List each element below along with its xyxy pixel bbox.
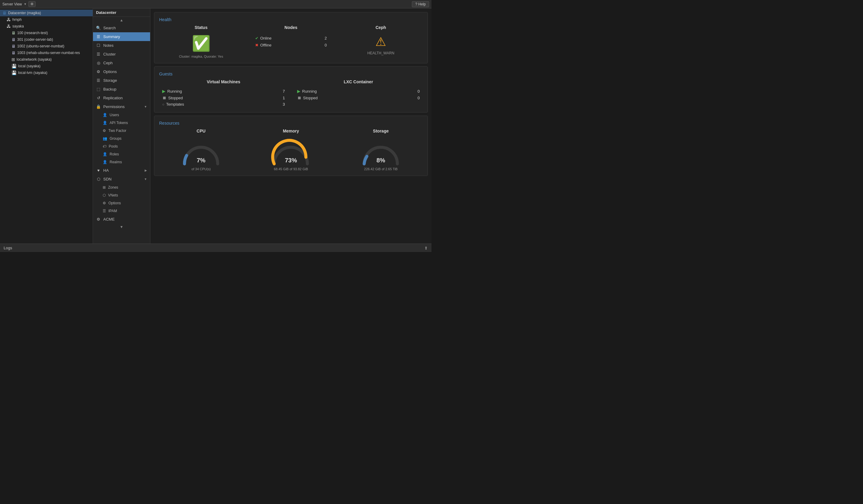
vm-running-count: 7 [283, 89, 285, 93]
online-row: ✔Online 2 [249, 35, 333, 42]
vm-stopped-row: ⏹Stopped 1 [159, 94, 288, 101]
stop-icon: ⏹ [162, 96, 166, 100]
status-icon: ✅ [159, 35, 243, 52]
online-label: ✔Online [255, 36, 272, 40]
bottom-icon: ⬆ [424, 245, 428, 251]
nav-item[interactable]: ☰Cluster [93, 50, 150, 59]
lxc-running-label: Running [302, 89, 317, 93]
nav-scroll-down[interactable]: ▼ [93, 224, 150, 230]
nav-item[interactable]: 🔍Search [93, 24, 150, 32]
storage-col: Storage 8% 226.42 GiB of 2.65 TiB [339, 128, 423, 171]
offline-count: 0 [325, 43, 327, 47]
cpu-col: CPU 7% of 34 CPU(s) [159, 128, 243, 171]
vm-templates-count: 3 [283, 102, 285, 106]
ceph-label: Ceph [339, 25, 423, 30]
nav-sub-item[interactable]: ⚙Two Factor [93, 127, 150, 135]
lxc-stopped-label: Stopped [303, 96, 318, 100]
lxc-running-count: 0 [417, 89, 420, 93]
nav-item[interactable]: ⚙ACME [93, 215, 150, 224]
content-area: Health Status ✅ Cluster: magika, Quorate… [150, 9, 432, 243]
nav-sub-item[interactable]: 👤API Tokens [93, 119, 150, 127]
status-label: Status [159, 25, 243, 30]
tree-item[interactable]: ⊞localnetwork (sayaka) [0, 56, 93, 63]
offline-row: ✖Offline 0 [249, 42, 333, 49]
template-icon: ○ [162, 102, 164, 106]
nav-sub-item[interactable]: ☰IPAM [93, 207, 150, 215]
storage-title: Storage [339, 128, 423, 134]
top-bar-left: Server View ▼ ⚙ [2, 1, 36, 7]
bottom-bar-label: Logs [4, 245, 12, 250]
top-bar-title: Server View [2, 2, 22, 7]
nav-sub-item[interactable]: 🏷Pools [93, 142, 150, 150]
lxc-col: LXC Container ▶Running 0 ⏹Stopped 0 [294, 79, 423, 108]
tree-item[interactable]: 🖥1002 (ubuntu-server-numbat) [0, 43, 93, 50]
cpu-gauge: 7% [180, 138, 222, 165]
lxc-stop-icon: ⏹ [297, 96, 301, 100]
cluster-info: Cluster: magika, Quorate: Yes [159, 55, 243, 58]
nav-item[interactable]: ☰Summary [93, 32, 150, 41]
resources-grid: CPU 7% of 34 CPU(s) Memory [159, 128, 423, 171]
nav-sub-item[interactable]: ⬡VNets [93, 191, 150, 199]
run-icon: ▶ [162, 89, 165, 93]
tree-item[interactable]: 🖥Datacenter (magika) [0, 10, 93, 16]
nav-header: Datacenter [93, 9, 150, 17]
memory-percent: 73% [285, 157, 297, 164]
vm-title: Virtual Machines [159, 79, 288, 84]
tree-item[interactable]: 🖥301 (coder-server-lab) [0, 36, 93, 43]
nav-item[interactable]: ⬚Backup [93, 85, 150, 93]
nav-item[interactable]: ♥HA▶ [93, 166, 150, 175]
resources-title: Resources [159, 121, 423, 126]
guests-section: Guests Virtual Machines ▶Running 7 ⏹Stop… [154, 66, 428, 113]
cpu-title: CPU [159, 128, 243, 134]
lxc-run-icon: ▶ [297, 89, 300, 93]
memory-title: Memory [249, 128, 333, 134]
offline-label: ✖Offline [255, 43, 272, 47]
health-section: Health Status ✅ Cluster: magika, Quorate… [154, 12, 428, 63]
nav-sub-item[interactable]: 👤Users [93, 111, 150, 119]
vm-stopped-count: 1 [283, 96, 285, 100]
tree-item[interactable]: 🖥100 (research-test) [0, 29, 93, 36]
tree-item[interactable]: 🖧hrnph [0, 16, 93, 23]
nav-item[interactable]: ☐Notes [93, 41, 150, 50]
nav-item[interactable]: ⬡SDN▼ [93, 175, 150, 184]
nav-item[interactable]: ◎Ceph [93, 59, 150, 67]
ceph-col: Ceph ⚠ HEALTH_WARN [339, 25, 423, 55]
vm-running-row: ▶Running 7 [159, 88, 288, 94]
online-count: 2 [325, 36, 327, 40]
status-col: Status ✅ Cluster: magika, Quorate: Yes [159, 25, 243, 58]
nav-sub-item[interactable]: 👤Roles [93, 150, 150, 158]
tree-panel: 🖥Datacenter (magika)🖧hrnph🖧sayaka🖥100 (r… [0, 9, 93, 243]
lxc-running-row: ▶Running 0 [294, 88, 423, 94]
main-layout: 🖥Datacenter (magika)🖧hrnph🖧sayaka🖥100 (r… [0, 9, 432, 243]
cpu-percent: 7% [197, 157, 205, 164]
ceph-status: HEALTH_WARN [339, 51, 423, 55]
tree-item[interactable]: 🖥1003 (rehab-ubuntu-server-numbat-res [0, 50, 93, 56]
tree-item[interactable]: 🖧sayaka [0, 23, 93, 29]
tree-item[interactable]: 💾local (sayaka) [0, 63, 93, 70]
health-title: Health [159, 17, 423, 22]
storage-sub: 226.42 GiB of 2.65 TiB [339, 167, 423, 171]
ceph-warning-icon: ⚠ [339, 35, 423, 49]
top-bar-arrow: ▼ [24, 2, 27, 6]
cpu-sub: of 34 CPU(s) [159, 167, 243, 171]
nav-item[interactable]: ↺Replication [93, 93, 150, 102]
nav-sub-item[interactable]: 👥Groups [93, 135, 150, 142]
nodes-col: Nodes ✔Online 2 ✖Offline 0 [249, 25, 333, 49]
tree-item[interactable]: 💾local-lvm (sayaka) [0, 70, 93, 76]
nav-item[interactable]: ⚙Options [93, 67, 150, 76]
bottom-bar: Logs ⬆ [0, 243, 432, 252]
nav-sub-item[interactable]: ⚙Options [93, 199, 150, 207]
guests-title: Guests [159, 72, 423, 76]
nav-sub-item[interactable]: 👤Realms [93, 158, 150, 166]
memory-gauge: 73% [270, 138, 312, 165]
vm-stopped-label: Stopped [168, 96, 183, 100]
vm-running-label: Running [167, 89, 182, 93]
nav-item[interactable]: ☰Storage [93, 76, 150, 85]
nav-sub-item[interactable]: ⊞Zones [93, 184, 150, 191]
gear-button[interactable]: ⚙ [28, 1, 36, 7]
nav-scroll-up[interactable]: ▲ [93, 17, 150, 24]
vm-templates-row: ○Templates 3 [159, 101, 288, 108]
nav-item[interactable]: 🔒Permissions▼ [93, 102, 150, 111]
lxc-title: LXC Container [294, 79, 423, 84]
help-button[interactable]: ? Help [412, 1, 429, 7]
